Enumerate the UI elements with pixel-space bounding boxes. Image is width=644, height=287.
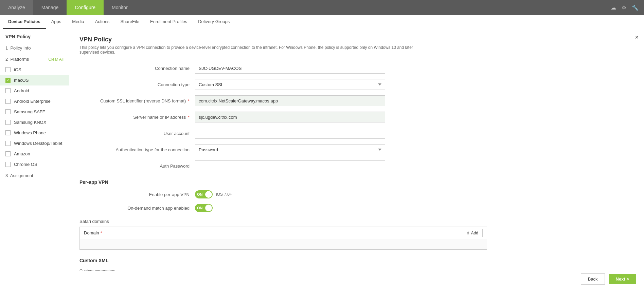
content-area: × VPN Policy This policy lets you config… xyxy=(69,29,644,287)
custom-xml-header: Custom XML xyxy=(79,258,634,263)
subnav-device-policies[interactable]: Device Policies xyxy=(3,15,46,29)
subnav-sharefile[interactable]: ShareFile xyxy=(115,15,145,29)
per-app-vpn-header: Per-app VPN xyxy=(79,179,634,185)
windows-phone-checkbox[interactable] xyxy=(5,130,11,135)
amazon-checkbox[interactable] xyxy=(5,151,11,156)
platform-android[interactable]: Android xyxy=(0,85,69,96)
connection-type-select[interactable]: Custom SSL L2TP PPTP IPSec xyxy=(195,79,385,90)
connection-type-label: Connection type xyxy=(79,82,195,87)
amazon-label: Amazon xyxy=(14,151,30,156)
sidebar-platforms-label: 2 Platforms xyxy=(5,57,29,62)
on-demand-row: On-demand match app enabled ON xyxy=(79,204,385,212)
sidebar-step-3[interactable]: 3 Assignment xyxy=(0,170,69,181)
top-nav: Analyze Manage Configure Monitor ☁ ⚙ 🔧 xyxy=(0,0,644,15)
on-demand-label: On-demand match app enabled xyxy=(79,206,195,211)
user-account-label: User account xyxy=(79,131,195,136)
nav-analyze[interactable]: Analyze xyxy=(0,0,33,15)
ios-checkbox[interactable] xyxy=(5,67,11,72)
samsung-safe-label: Samsung SAFE xyxy=(14,109,46,114)
domains-table-body xyxy=(80,239,487,249)
enable-per-app-hint: iOS 7.0+ xyxy=(216,192,232,197)
user-account-input[interactable] xyxy=(195,128,385,139)
enable-per-app-toggle[interactable]: ON xyxy=(195,190,213,198)
clear-all-button[interactable]: Clear All xyxy=(48,57,64,62)
cloud-icon[interactable]: ☁ xyxy=(611,4,616,11)
main-layout: VPN Policy 1 Policy Info 2 Platforms Cle… xyxy=(0,29,644,287)
auth-type-row: Authentication type for the connection P… xyxy=(79,144,385,155)
auth-password-input[interactable] xyxy=(195,160,385,171)
toggle-knob xyxy=(205,191,212,198)
gear-icon[interactable]: ⚙ xyxy=(622,4,626,11)
subnav-apps[interactable]: Apps xyxy=(46,15,67,29)
on-demand-toggle-knob xyxy=(205,205,212,211)
platform-android-enterprise[interactable]: Android Enterprise xyxy=(0,96,69,107)
on-demand-toggle-text: ON xyxy=(197,206,203,210)
android-enterprise-label: Android Enterprise xyxy=(14,99,51,104)
ssl-identifier-row: Custom SSL identifier (reverse DNS forma… xyxy=(79,95,385,106)
platform-ios[interactable]: iOS xyxy=(0,64,69,75)
server-name-input[interactable] xyxy=(195,112,385,122)
domains-table: Domain * ⇑ Add xyxy=(79,227,487,250)
content-panel: × VPN Policy This policy lets you config… xyxy=(69,29,644,287)
footer: Back Next > xyxy=(69,271,644,287)
auth-type-label: Authentication type for the connection xyxy=(79,147,195,152)
back-button[interactable]: Back xyxy=(581,273,605,285)
samsung-knox-label: Samsung KNOX xyxy=(14,120,46,125)
panel-description: This policy lets you configure a VPN con… xyxy=(79,45,419,55)
close-button[interactable]: × xyxy=(635,34,639,41)
subnav-delivery-groups[interactable]: Delivery Groups xyxy=(193,15,235,29)
sidebar-platforms-header: 2 Platforms Clear All xyxy=(0,54,69,64)
nav-manage[interactable]: Manage xyxy=(33,0,67,15)
enable-per-app-toggle-text: ON xyxy=(197,192,203,196)
panel-title: VPN Policy xyxy=(79,36,634,43)
windows-desktop-label: Windows Desktop/Tablet xyxy=(14,141,62,146)
safari-domains-label: Safari domains xyxy=(79,219,634,224)
subnav-media[interactable]: Media xyxy=(67,15,89,29)
auth-password-row: Auth Password xyxy=(79,160,385,171)
platform-chromeos[interactable]: Chrome OS xyxy=(0,159,69,170)
user-account-row: User account xyxy=(79,128,385,139)
ios-label: iOS xyxy=(14,67,21,72)
ssl-identifier-input[interactable] xyxy=(195,95,385,106)
server-name-row: Server name or IP address * xyxy=(79,112,385,122)
on-demand-toggle[interactable]: ON xyxy=(195,204,213,212)
domains-table-header: Domain * ⇑ Add xyxy=(80,227,487,239)
chromeos-checkbox[interactable] xyxy=(5,162,11,167)
add-domain-button[interactable]: ⇑ Add xyxy=(462,229,483,237)
macos-checkbox[interactable]: ✓ xyxy=(5,78,11,83)
auth-password-label: Auth Password xyxy=(79,164,195,169)
server-name-label: Server name or IP address * xyxy=(79,115,195,120)
connection-type-row: Connection type Custom SSL L2TP PPTP IPS… xyxy=(79,79,385,90)
nav-monitor[interactable]: Monitor xyxy=(104,0,136,15)
subnav-actions[interactable]: Actions xyxy=(90,15,115,29)
platform-windows-phone[interactable]: Windows Phone xyxy=(0,128,69,138)
sidebar-title: VPN Policy xyxy=(0,29,69,42)
android-label: Android xyxy=(14,88,29,93)
top-nav-right: ☁ ⚙ 🔧 xyxy=(611,0,644,15)
enable-per-app-container: ON iOS 7.0+ xyxy=(195,190,232,198)
windows-phone-label: Windows Phone xyxy=(14,130,46,135)
safari-domains-section: Safari domains Domain * ⇑ Add xyxy=(79,219,634,250)
android-checkbox[interactable] xyxy=(5,88,11,93)
android-enterprise-checkbox[interactable] xyxy=(5,99,11,104)
next-button[interactable]: Next > xyxy=(609,274,636,284)
on-demand-container: ON xyxy=(195,204,213,212)
platform-samsung-safe[interactable]: Samsung SAFE xyxy=(0,107,69,117)
platform-amazon[interactable]: Amazon xyxy=(0,149,69,159)
connection-name-input[interactable] xyxy=(195,63,385,74)
nav-configure[interactable]: Configure xyxy=(67,0,104,15)
windows-desktop-checkbox[interactable] xyxy=(5,141,11,146)
wrench-icon[interactable]: 🔧 xyxy=(632,4,639,11)
ssl-identifier-label: Custom SSL identifier (reverse DNS forma… xyxy=(79,98,195,103)
add-icon: ⇑ xyxy=(466,231,470,235)
platform-windows-desktop[interactable]: Windows Desktop/Tablet xyxy=(0,138,69,149)
samsung-safe-checkbox[interactable] xyxy=(5,109,11,114)
samsung-knox-checkbox[interactable] xyxy=(5,120,11,125)
platform-samsung-knox[interactable]: Samsung KNOX xyxy=(0,117,69,128)
platform-macos[interactable]: ✓ macOS xyxy=(0,75,69,85)
auth-type-select[interactable]: Password Certificate RSA SecurID xyxy=(195,144,385,155)
subnav-enrollment-profiles[interactable]: Enrollment Profiles xyxy=(145,15,193,29)
sidebar-step-1[interactable]: 1 Policy Info xyxy=(0,42,69,54)
sub-nav: Device Policies Apps Media Actions Share… xyxy=(0,15,644,29)
sidebar: VPN Policy 1 Policy Info 2 Platforms Cle… xyxy=(0,29,69,287)
